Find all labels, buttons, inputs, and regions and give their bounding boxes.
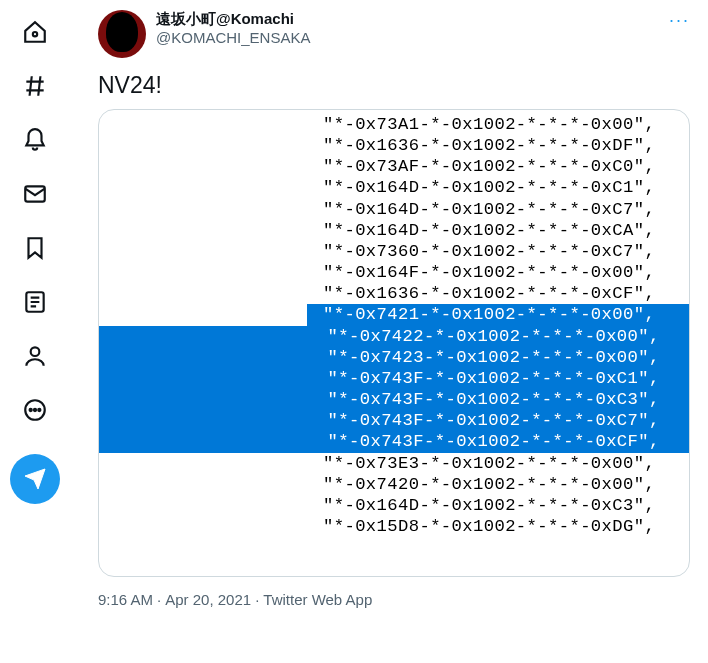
tweet-detail: 遠坂小町@Komachi @KOMACHI_ENSAKA ··· NV24! "… [70, 0, 708, 663]
sidebar-explore[interactable] [11, 62, 59, 110]
app-root: 遠坂小町@Komachi @KOMACHI_ENSAKA ··· NV24! "… [0, 0, 708, 663]
tweet-time[interactable]: 9:16 AM [98, 591, 153, 608]
code-line: "*-0x1636-*-0x1002-*-*-*-0xDF", [99, 135, 689, 156]
code-line: "*-0x743F-*-0x1002-*-*-*-0xCF", [99, 431, 689, 452]
bookmarks-icon [22, 235, 48, 261]
code-line: "*-0x743F-*-0x1002-*-*-*-0xC1", [99, 368, 689, 389]
notifications-icon [22, 127, 48, 153]
display-name: 遠坂小町@Komachi [156, 10, 310, 29]
sidebar [0, 0, 70, 663]
code-line: "*-0x743F-*-0x1002-*-*-*-0xC3", [99, 389, 689, 410]
tweet-media[interactable]: "*-0x73A1-*-0x1002-*-*-*-0x00","*-0x1636… [98, 109, 690, 577]
code-line: "*-0x1636-*-0x1002-*-*-*-0xCF", [99, 283, 689, 304]
tweet-more-button[interactable]: ··· [669, 10, 690, 31]
explore-icon [22, 73, 48, 99]
code-line: "*-0x15D8-*-0x1002-*-*-*-0xDG", [99, 516, 689, 537]
compose-button[interactable] [10, 454, 60, 504]
tweet-header: 遠坂小町@Komachi @KOMACHI_ENSAKA ··· [98, 10, 690, 58]
tweet-source[interactable]: Twitter Web App [263, 591, 372, 608]
sidebar-profile[interactable] [11, 332, 59, 380]
avatar[interactable] [98, 10, 146, 58]
sidebar-messages[interactable] [11, 170, 59, 218]
sidebar-notifications[interactable] [11, 116, 59, 164]
code-line: "*-0x7422-*-0x1002-*-*-*-0x00", [99, 326, 689, 347]
tweet-text: NV24! [98, 72, 690, 99]
code-line: "*-0x7421-*-0x1002-*-*-*-0x00", [99, 304, 689, 325]
tweet-date[interactable]: Apr 20, 2021 [165, 591, 251, 608]
sidebar-bookmarks[interactable] [11, 224, 59, 272]
code-line: "*-0x743F-*-0x1002-*-*-*-0xC7", [99, 410, 689, 431]
svg-point-5 [30, 409, 32, 411]
code-line: "*-0x7423-*-0x1002-*-*-*-0x00", [99, 347, 689, 368]
code-line: "*-0x164D-*-0x1002-*-*-*-0xC7", [99, 199, 689, 220]
home-icon [22, 19, 48, 45]
sidebar-more[interactable] [11, 386, 59, 434]
sidebar-home[interactable] [11, 8, 59, 56]
author-block[interactable]: 遠坂小町@Komachi @KOMACHI_ENSAKA [156, 10, 310, 46]
code-line: "*-0x164F-*-0x1002-*-*-*-0x00", [99, 262, 689, 283]
handle: @KOMACHI_ENSAKA [156, 29, 310, 46]
code-line: "*-0x7360-*-0x1002-*-*-*-0xC7", [99, 241, 689, 262]
profile-icon [22, 343, 48, 369]
lists-icon [22, 289, 48, 315]
code-line: "*-0x7420-*-0x1002-*-*-*-0x00", [99, 474, 689, 495]
code-line: "*-0x73AF-*-0x1002-*-*-*-0xC0", [99, 156, 689, 177]
more-icon [22, 397, 48, 423]
svg-point-0 [33, 32, 37, 36]
compose-icon [23, 467, 47, 491]
code-line: "*-0x164D-*-0x1002-*-*-*-0xCA", [99, 220, 689, 241]
sidebar-lists[interactable] [11, 278, 59, 326]
code-screenshot: "*-0x73A1-*-0x1002-*-*-*-0x00","*-0x1636… [99, 114, 689, 537]
svg-point-7 [38, 409, 40, 411]
code-line: "*-0x73A1-*-0x1002-*-*-*-0x00", [99, 114, 689, 135]
svg-point-3 [31, 347, 40, 356]
tweet-meta: 9:16 AM·Apr 20, 2021·Twitter Web App [98, 591, 690, 608]
messages-icon [22, 181, 48, 207]
code-line: "*-0x164D-*-0x1002-*-*-*-0xC3", [99, 495, 689, 516]
svg-point-6 [34, 409, 36, 411]
code-line: "*-0x73E3-*-0x1002-*-*-*-0x00", [99, 453, 689, 474]
code-line: "*-0x164D-*-0x1002-*-*-*-0xC1", [99, 177, 689, 198]
